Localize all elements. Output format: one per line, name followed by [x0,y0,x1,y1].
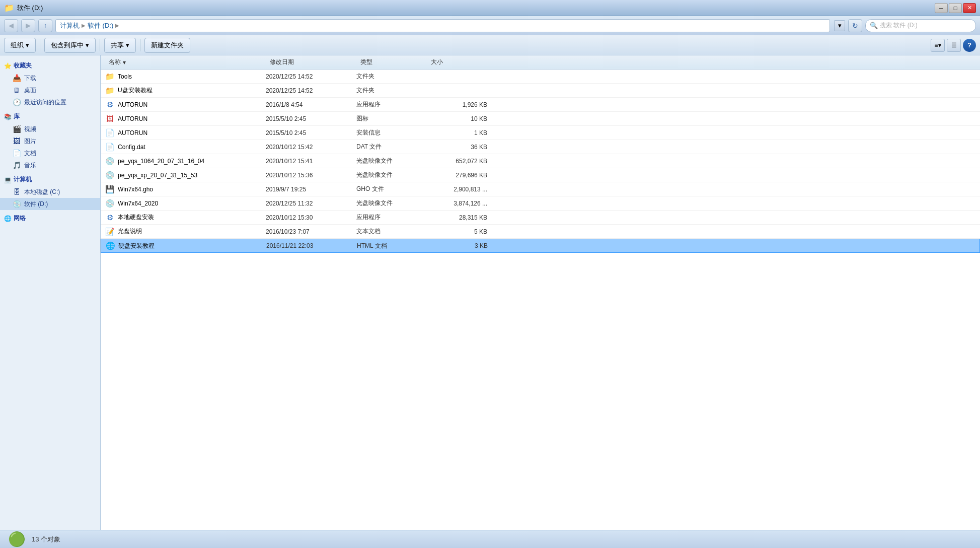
col-header-size[interactable]: 大小 [427,55,487,69]
favorites-header[interactable]: ⭐ 收藏夹 [0,59,100,72]
col-header-type[interactable]: 类型 [356,55,427,69]
video-label: 视频 [24,125,36,133]
archive-button[interactable]: 包含到库中 ▾ [44,38,96,53]
local-disk-c-label: 本地磁盘 (C:) [24,188,60,196]
breadcrumb-dropdown[interactable]: ▾ [834,20,845,31]
forward-button[interactable]: ▶ [21,19,35,32]
status-app-icon: 🟢 [8,531,26,547]
table-row[interactable]: 📁 Tools 2020/12/25 14:52 文件夹 [101,70,980,84]
help-button[interactable]: ? [963,39,976,52]
music-icon: 🎵 [12,161,21,170]
file-cell-type: 文件夹 [356,72,427,81]
search-icon: 🔍 [870,22,878,29]
breadcrumb-sep-1: ▶ [82,23,86,28]
table-row[interactable]: 📄 Config.dat 2020/10/12 15:42 DAT 文件 36 … [101,140,980,154]
details-view-button[interactable]: ☰ [947,39,961,52]
file-name: Win7x64_2020 [118,200,158,207]
sidebar-item-recent[interactable]: 🕐 最近访问的位置 [0,96,100,108]
view-dropdown-icon: ▾ [938,42,941,49]
table-row[interactable]: ⚙ 本地硬盘安装 2020/10/12 15:30 应用程序 28,315 KB [101,211,980,225]
file-icon: 🌐 [105,241,115,251]
library-section: 📚 库 🎬 视频 🖼 图片 📄 文档 🎵 音乐 [0,110,100,171]
sidebar-item-download[interactable]: 📥 下载 [0,72,100,84]
file-icon: 📁 [105,72,115,82]
sidebar: ⭐ 收藏夹 📥 下载 🖥 桌面 🕐 最近访问的位置 📚 库 🎬 [0,55,101,530]
file-cell-size: 36 KB [427,144,487,151]
library-icon: 📚 [4,113,12,120]
search-placeholder: 搜索 软件 (D:) [880,21,918,30]
refresh-button[interactable]: ↻ [848,19,862,32]
toolbar: 组织 ▾ 包含到库中 ▾ 共享 ▾ 新建文件夹 ≡ ▾ ☰ ? [0,35,980,55]
search-bar[interactable]: 🔍 搜索 软件 (D:) [865,19,976,32]
computer-header[interactable]: 💻 计算机 [0,173,100,186]
table-row[interactable]: ⚙ AUTORUN 2016/1/8 4:54 应用程序 1,926 KB [101,98,980,112]
table-row[interactable]: 📄 AUTORUN 2015/5/10 2:45 安装信息 1 KB [101,126,980,140]
file-name: pe_yqs_1064_20_07_31_16_04 [118,158,204,165]
maximize-button[interactable]: □ [949,3,962,13]
view-dropdown-button[interactable]: ≡ ▾ [931,39,945,52]
share-button[interactable]: 共享 ▾ [104,38,136,53]
file-cell-name: 📝 光盘说明 [105,227,266,237]
status-count: 13 个对象 [32,535,60,544]
file-cell-size: 5 KB [427,228,487,235]
organize-label: 组织 [11,41,24,50]
organize-button[interactable]: 组织 ▾ [4,38,36,53]
file-cell-date: 2015/5/10 2:45 [266,115,356,122]
sidebar-item-video[interactable]: 🎬 视频 [0,123,100,135]
close-button[interactable]: ✕ [963,3,976,13]
minimize-button[interactable]: ─ [935,3,948,13]
network-header[interactable]: 🌐 网络 [0,212,100,225]
favorites-label: 收藏夹 [14,61,32,70]
file-cell-date: 2020/12/25 14:52 [266,87,356,94]
sidebar-item-music[interactable]: 🎵 音乐 [0,159,100,171]
disk-d-icon: 💿 [12,199,21,209]
table-row[interactable]: 🌐 硬盘安装教程 2016/11/21 22:03 HTML 文档 3 KB [101,239,980,253]
sidebar-item-desktop[interactable]: 🖥 桌面 [0,84,100,96]
table-row[interactable]: 💿 pe_yqs_1064_20_07_31_16_04 2020/10/12 … [101,154,980,168]
file-cell-date: 2015/5/10 2:45 [266,129,356,136]
file-cell-name: ⚙ 本地硬盘安装 [105,213,266,223]
new-folder-button[interactable]: 新建文件夹 [144,38,190,53]
table-row[interactable]: 💿 Win7x64_2020 2020/12/25 11:32 光盘映像文件 3… [101,196,980,211]
sidebar-item-doc[interactable]: 📄 文档 [0,147,100,159]
back-button[interactable]: ◀ [4,19,18,32]
table-row[interactable]: 📝 光盘说明 2016/10/23 7:07 文本文档 5 KB [101,225,980,239]
file-icon: ⚙ [105,100,115,110]
file-cell-size: 1 KB [427,129,487,136]
desktop-icon: 🖥 [12,86,21,95]
col-header-modified[interactable]: 修改日期 [266,55,356,69]
breadcrumb-drive[interactable]: 软件 (D:) [88,21,113,30]
table-row[interactable]: 💾 Win7x64.gho 2019/9/7 19:25 GHO 文件 2,90… [101,182,980,196]
up-button[interactable]: ↑ [38,19,52,32]
file-cell-date: 2016/11/21 22:03 [266,242,357,249]
table-row[interactable]: 📁 U盘安装教程 2020/12/25 14:52 文件夹 [101,84,980,98]
library-label: 库 [14,112,20,121]
library-header[interactable]: 📚 库 [0,110,100,123]
file-icon: 💿 [105,170,115,180]
file-name: 光盘说明 [118,227,142,236]
file-name: Win7x64.gho [118,186,153,193]
file-cell-date: 2020/10/12 15:30 [266,214,356,221]
sidebar-item-software-d[interactable]: 💿 软件 (D:) [0,198,100,210]
file-name: 本地硬盘安装 [118,213,154,222]
table-row[interactable]: 💿 pe_yqs_xp_20_07_31_15_53 2020/10/12 15… [101,168,980,182]
file-icon: 📝 [105,227,115,237]
breadcrumb[interactable]: 计算机 ▶ 软件 (D:) ▶ [55,19,830,32]
file-cell-type: 光盘映像文件 [356,171,427,179]
sidebar-item-local-c[interactable]: 🗄 本地磁盘 (C:) [0,186,100,198]
file-cell-date: 2020/12/25 11:32 [266,200,356,207]
file-name: AUTORUN [118,115,147,122]
view-icon: ≡ [934,42,938,49]
star-icon: ⭐ [4,62,12,70]
sidebar-item-image[interactable]: 🖼 图片 [0,135,100,147]
breadcrumb-sep-2: ▶ [115,23,119,28]
table-row[interactable]: 🖼 AUTORUN 2015/5/10 2:45 图标 10 KB [101,112,980,126]
col-header-name[interactable]: 名称 ▾ [105,55,266,69]
file-icon: 💾 [105,184,115,194]
statusbar: 🟢 13 个对象 [0,530,980,548]
file-cell-type: 应用程序 [356,100,427,109]
column-headers: 名称 ▾ 修改日期 类型 大小 [101,55,980,70]
archive-dropdown-icon: ▾ [86,41,89,49]
breadcrumb-computer[interactable]: 计算机 [60,21,80,30]
file-cell-size: 10 KB [427,115,487,122]
